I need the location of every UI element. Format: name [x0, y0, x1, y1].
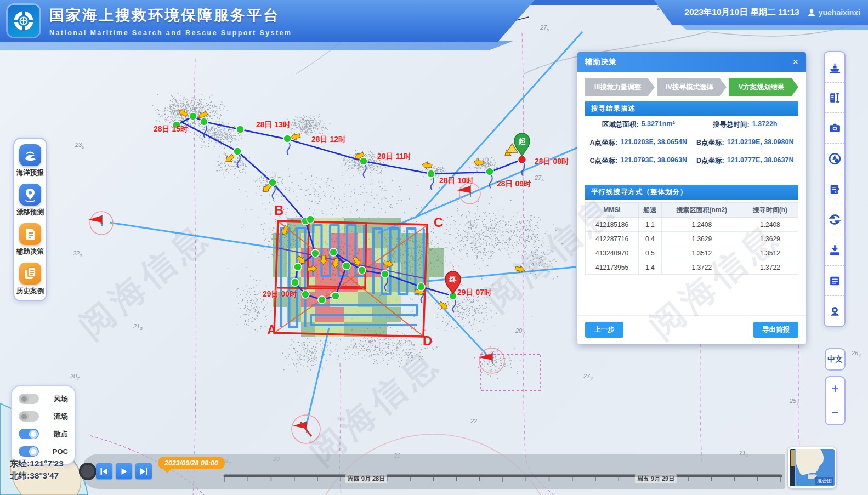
close-icon[interactable]: ×	[792, 57, 798, 67]
stat-value: 121.0219E, 38.0980N	[727, 138, 794, 147]
dialog-footer-divider	[577, 315, 806, 316]
layer-toggle-POC[interactable]	[19, 446, 39, 457]
report-icon	[828, 183, 842, 196]
svg-text:起: 起	[518, 137, 526, 145]
layer-label: 风场	[54, 394, 68, 404]
drift-time-label: 28日 09时	[497, 179, 531, 188]
sidebar-item-label: 历史案例	[16, 287, 44, 296]
sidebar-item-ocean-forecast[interactable]: 海洋预报	[16, 144, 44, 178]
toggle-knob	[20, 395, 29, 403]
stat-item: D点坐标:121.0777E, 38.0637N	[692, 156, 799, 166]
table-cell: 412173955	[586, 260, 639, 275]
timeline-bar[interactable]: 2023/09/28 08:00 周四 9月 28日周五 9月 29日	[81, 454, 785, 489]
stat-item: A点坐标:121.0203E, 38.0654N	[585, 138, 692, 147]
table-col-header: 船速	[639, 203, 662, 218]
table-row[interactable]: 4122877160.41.36291.3629	[586, 232, 798, 246]
table-row[interactable]: 4121739551.41.37221.3722	[586, 260, 798, 275]
wizard-steps: III搜救力量调整IV搜寻模式选择V方案规划结果	[585, 78, 798, 96]
download-icon	[828, 243, 842, 257]
layer-row-POC: POC	[19, 446, 68, 457]
wizard-step-1[interactable]: III搜救力量调整	[585, 78, 655, 96]
layer-row-风场: 风场	[19, 394, 68, 404]
wizard-step-3[interactable]: V方案规划结果	[729, 78, 798, 96]
stat-item: C点坐标:121.0793E, 38.0963N	[585, 156, 692, 166]
tool-download-button[interactable]	[825, 235, 844, 266]
tool-monitor-button[interactable]	[825, 296, 844, 326]
sync-icon	[828, 213, 842, 226]
lifebuoy-icon	[12, 9, 36, 33]
decision-support-dialog: 辅助决策 × III搜救力量调整IV搜寻模式选择V方案规划结果 搜寻结果描述 区…	[577, 52, 806, 344]
header-accent-strip	[0, 41, 514, 50]
depth-sounding-label: 203	[515, 327, 525, 335]
drift-time-label: 28日 15时	[154, 124, 188, 133]
toggle-knob	[29, 430, 38, 439]
previous-step-button[interactable]: 上一步	[585, 322, 623, 338]
table-cell: 1.1	[639, 218, 662, 232]
ship-icon	[828, 60, 842, 74]
depth-sounding-label: 207	[70, 373, 80, 381]
sidebar-item-history-case[interactable]: 历史案例	[16, 263, 44, 296]
tool-camera-button[interactable]	[825, 113, 844, 144]
stat-item: 搜寻总时间:1.3722h	[692, 120, 799, 129]
tool-legend-book-button[interactable]	[825, 266, 844, 297]
layer-toggle-流场[interactable]	[19, 411, 39, 422]
zoom-in-button[interactable]: +	[826, 377, 844, 401]
sidebar-item-decision-support[interactable]: 辅助决策	[16, 223, 44, 257]
table-cell: 1.3722	[661, 260, 742, 275]
tool-sync-button[interactable]	[825, 204, 844, 235]
drift-predict-icon	[19, 184, 41, 206]
app-header: 国家海上搜救环境保障服务平台 National Maritime Search …	[0, 0, 535, 42]
svg-text:终: 终	[449, 275, 457, 283]
depth-sounding-label: 215	[133, 323, 143, 331]
depth-sounding-label: 274	[583, 373, 593, 381]
sidebar-item-drift-predict[interactable]: 漂移预测	[16, 184, 44, 217]
minimap-label: 混合图	[815, 477, 833, 485]
table-section-header: 平行线搜寻方式（整体划分）	[585, 185, 798, 200]
search-area-corner-label: D	[423, 333, 432, 348]
zoom-out-button[interactable]: −	[826, 401, 844, 425]
wizard-step-2[interactable]: IV搜寻模式选择	[657, 78, 727, 96]
app-logo	[8, 5, 39, 37]
stat-label: B点坐标:	[696, 138, 724, 147]
stat-label: A点坐标:	[590, 138, 618, 147]
timeline-date-label: 周四 9月 28日	[345, 474, 387, 483]
tool-chart-book-button[interactable]	[825, 83, 844, 113]
language-button[interactable]: 中文	[825, 348, 846, 371]
table-cell: 412185186	[586, 218, 639, 232]
stat-label: C点坐标:	[590, 156, 618, 166]
table-cell: 1.3722	[742, 260, 798, 275]
table-cell: 1.3629	[742, 232, 798, 246]
tool-compass-button[interactable]	[825, 144, 844, 174]
coordinate-latitude: 北纬:38°3'47	[10, 470, 64, 482]
drift-time-label: 28日 12时	[311, 135, 346, 144]
export-report-button[interactable]: 导出简报	[753, 322, 798, 338]
table-col-header: MMSI	[586, 203, 639, 218]
app-stage: 起终28日 15时28日 13时28日 12时28日 11时28日 10时28日…	[0, 0, 868, 495]
table-row[interactable]: 4121851861.11.24081.2408	[586, 218, 798, 232]
layer-label: 散点	[54, 429, 68, 439]
header-datetime: 2023年10月10日 星期二 11:13	[684, 7, 799, 18]
zoom-control: + −	[825, 376, 846, 425]
table-col-header: 搜寻时间(h)	[742, 203, 798, 218]
depth-sounding-label: 264	[851, 350, 861, 358]
tool-ship-button[interactable]	[825, 52, 844, 83]
minimap-switcher[interactable]: 混合图	[788, 447, 836, 488]
user-menu[interactable]: yuehaixinxi	[807, 8, 860, 17]
result-stats: 区域总面积:5.3271nm²搜寻总时间:1.3722hA点坐标:121.020…	[585, 120, 798, 166]
left-sidebar: 海洋预报漂移预测辅助决策历史案例	[13, 138, 47, 301]
user-icon	[807, 8, 816, 17]
layer-toggle-风场[interactable]	[19, 394, 39, 404]
layer-toggle-散点[interactable]	[19, 429, 39, 439]
table-row[interactable]: 4132409700.51.35121.3512	[586, 246, 798, 260]
stat-label: D点坐标:	[696, 156, 724, 166]
layers-panel: 风场流场散点POC	[11, 385, 76, 465]
layer-row-散点: 散点	[19, 429, 68, 439]
search-plan-table: MMSI船速搜索区面积(nm2)搜寻时间(h) 4121851861.11.24…	[585, 202, 798, 275]
app-title: 国家海上搜救环境保障服务平台	[49, 5, 292, 25]
tool-report-button[interactable]	[825, 174, 844, 205]
stat-value: 121.0793E, 38.0963N	[620, 156, 687, 166]
toggle-knob	[20, 412, 29, 421]
minimap-preview: 混合图	[790, 449, 835, 486]
stat-label: 搜寻总时间:	[713, 120, 750, 129]
stat-label: 区域总面积:	[602, 120, 639, 129]
